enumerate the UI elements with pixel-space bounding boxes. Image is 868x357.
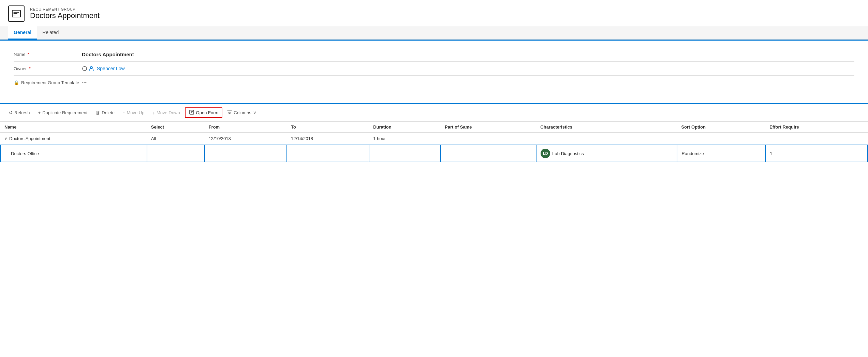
page-title: Doctors Appointment [30, 11, 100, 20]
characteristic-label: Lab Diagnostics [552, 151, 584, 156]
open-form-button[interactable]: Open Form [185, 107, 223, 118]
cell-characteristics [536, 133, 677, 145]
data-table: Name Select From To Duration Part of Sam… [0, 122, 868, 162]
svg-point-3 [14, 12, 15, 13]
required-indicator: * [28, 52, 29, 57]
arrow-up-icon: ↑ [123, 110, 125, 115]
page-header: REQUIREMENT GROUP Doctors Appointment [0, 0, 868, 26]
tabs-bar: General Related [0, 26, 868, 40]
characteristic-cell: LD Lab Diagnostics [541, 149, 673, 158]
arrow-down-icon: ↓ [152, 110, 155, 115]
form-row-name: Name * Doctors Appointment [14, 47, 854, 62]
entity-icon [8, 5, 25, 22]
cell-name: ∨ Doctors Appointment [0, 133, 147, 145]
table-header-row: Name Select From To Duration Part of Sam… [0, 122, 868, 133]
required-indicator-owner: * [29, 66, 30, 71]
plus-icon: + [38, 110, 41, 115]
person-icon [89, 66, 94, 71]
svg-point-8 [90, 66, 92, 69]
cell-sort-option-child: Randomize [677, 145, 765, 162]
radio-icon [82, 66, 87, 71]
form-icon [189, 109, 194, 116]
trash-icon: 🗑 [95, 110, 100, 115]
table-row[interactable]: ∨ Doctors Appointment All 12/10/2018 12/… [0, 133, 868, 145]
cell-select-child [147, 145, 205, 162]
cell-effort-require [765, 133, 868, 145]
col-name: Name [0, 122, 147, 133]
tab-general[interactable]: General [8, 26, 37, 40]
grid-toolbar: ↺ Refresh + Duplicate Requirement 🗑 Dele… [0, 104, 868, 122]
form-row-owner: Owner * Spencer Low [14, 62, 854, 76]
owner-icons [82, 66, 94, 71]
col-sort-option: Sort Option [677, 122, 765, 133]
owner-label: Owner * [14, 66, 82, 71]
cell-sort-option [677, 133, 765, 145]
col-effort-require: Effort Require [765, 122, 868, 133]
cell-effort-require-child: 1 [765, 145, 868, 162]
cell-from-child [205, 145, 287, 162]
col-part-of-same: Part of Same [441, 122, 536, 133]
delete-button[interactable]: 🗑 Delete [92, 108, 118, 117]
template-value[interactable]: --- [82, 80, 854, 85]
svg-point-7 [83, 66, 87, 71]
duplicate-requirement-button[interactable]: + Duplicate Requirement [35, 108, 91, 117]
owner-value[interactable]: Spencer Low [82, 66, 854, 71]
cell-part-of-same [441, 133, 536, 145]
col-from: From [205, 122, 287, 133]
svg-point-4 [14, 13, 15, 14]
form-row-template: 🔒 Requirement Group Template --- [14, 76, 854, 89]
chevron-icon: ∨ [4, 136, 7, 141]
refresh-icon: ↺ [9, 110, 13, 115]
tab-related[interactable]: Related [37, 26, 64, 40]
filter-icon [227, 110, 232, 116]
col-select: Select [147, 122, 205, 133]
svg-rect-9 [190, 110, 194, 114]
refresh-button[interactable]: ↺ Refresh [5, 108, 33, 117]
col-duration: Duration [369, 122, 441, 133]
columns-button[interactable]: Columns ∨ [224, 108, 260, 118]
form-section: Name * Doctors Appointment Owner * Spenc… [0, 40, 868, 96]
col-to: To [287, 122, 369, 133]
table-row[interactable]: Doctors Office LD Lab Diagnostics Random… [0, 145, 868, 162]
cell-from: 12/10/2018 [205, 133, 287, 145]
grid-section: ↺ Refresh + Duplicate Requirement 🗑 Dele… [0, 103, 868, 162]
chevron-down-icon: ∨ [253, 110, 256, 115]
cell-characteristics-child: LD Lab Diagnostics [536, 145, 677, 162]
col-characteristics: Characteristics [536, 122, 677, 133]
lock-icon: 🔒 [14, 80, 19, 85]
cell-part-of-same-child [441, 145, 536, 162]
header-subtitle: REQUIREMENT GROUP [30, 7, 100, 11]
cell-to: 12/14/2018 [287, 133, 369, 145]
cell-duration: 1 hour [369, 133, 441, 145]
cell-duration-child [369, 145, 441, 162]
name-value[interactable]: Doctors Appointment [82, 51, 854, 57]
header-text: REQUIREMENT GROUP Doctors Appointment [30, 7, 100, 20]
template-label: 🔒 Requirement Group Template [14, 80, 82, 85]
row-expand: ∨ Doctors Appointment [4, 136, 143, 141]
owner-name: Spencer Low [97, 66, 125, 71]
characteristic-badge: LD [541, 149, 550, 158]
name-label: Name * [14, 52, 82, 57]
cell-to-child [287, 145, 369, 162]
move-down-button[interactable]: ↓ Move Down [149, 108, 183, 117]
move-up-button[interactable]: ↑ Move Up [119, 108, 148, 117]
cell-name-child: Doctors Office [0, 145, 147, 162]
cell-select: All [147, 133, 205, 145]
